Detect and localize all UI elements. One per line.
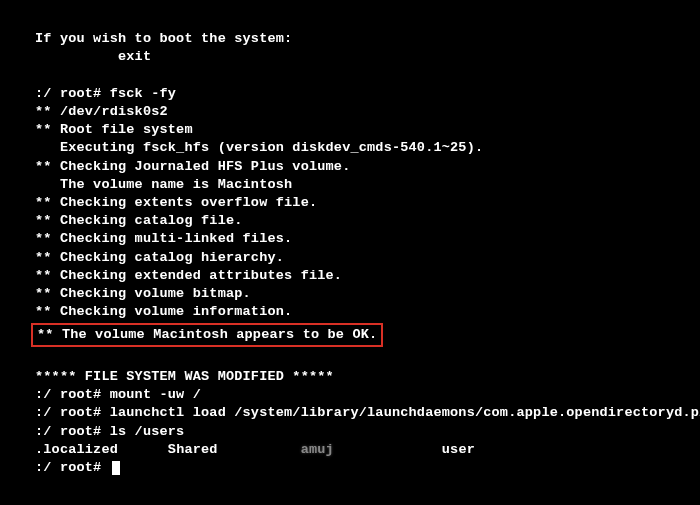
command-ls: :/ root# ls /users: [35, 423, 665, 441]
ls-localized: .localized: [35, 442, 118, 457]
command-fsck: :/ root# fsck -fy: [35, 85, 665, 103]
output-check-attrs: ** Checking extended attributes file.: [35, 267, 665, 285]
output-check-info: ** Checking volume information.: [35, 303, 665, 321]
highlight-annotation: ** The volume Macintosh appears to be OK…: [35, 322, 665, 350]
ls-user: user: [442, 442, 475, 457]
output-fs-modified: ***** FILE SYSTEM WAS MODIFIED *****: [35, 368, 665, 386]
cursor-icon: [112, 461, 120, 475]
boot-hint-line-1: If you wish to boot the system:: [35, 30, 665, 48]
output-root-fs: ** Root file system: [35, 121, 665, 139]
ls-shared: Shared: [168, 442, 218, 457]
command-launchctl: :/ root# launchctl load /system/library/…: [35, 404, 665, 422]
blank-line: [35, 350, 665, 368]
output-check-bitmap: ** Checking volume bitmap.: [35, 285, 665, 303]
output-dev: ** /dev/rdisk0s2: [35, 103, 665, 121]
command-mount: :/ root# mount -uw /: [35, 386, 665, 404]
blank-line: [35, 66, 665, 84]
output-volume-name: The volume name is Macintosh: [35, 176, 665, 194]
output-check-extents: ** Checking extents overflow file.: [35, 194, 665, 212]
terminal-output: If you wish to boot the system: exit :/ …: [35, 30, 665, 477]
output-volume-ok: ** The volume Macintosh appears to be OK…: [37, 327, 377, 342]
prompt-current[interactable]: :/ root#: [35, 459, 665, 477]
output-check-hierarchy: ** Checking catalog hierarchy.: [35, 249, 665, 267]
output-check-multi: ** Checking multi-linked files.: [35, 230, 665, 248]
output-check-journal: ** Checking Journaled HFS Plus volume.: [35, 158, 665, 176]
boot-hint-line-2: exit: [35, 48, 665, 66]
output-executing: Executing fsck_hfs (version diskdev_cmds…: [35, 139, 665, 157]
ls-blurred-item: amuj: [301, 442, 334, 457]
ls-output-row: .localized Shared amuj user: [35, 441, 665, 459]
prompt-text: :/ root#: [35, 460, 110, 475]
output-check-catalog: ** Checking catalog file.: [35, 212, 665, 230]
